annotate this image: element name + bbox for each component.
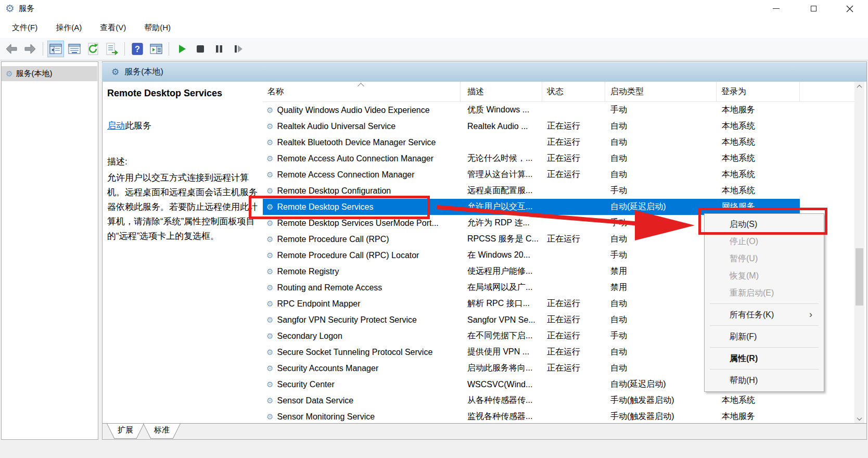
menu-file[interactable]: 文件(F) (6, 20, 44, 36)
service-description: 管理从这台计算... (461, 167, 542, 183)
context-menu-item-属性R[interactable]: 属性(R) (705, 350, 824, 367)
forward-button[interactable] (22, 41, 39, 57)
scrollbar-thumb[interactable] (856, 248, 863, 306)
service-name: Remote Access Auto Connection Manager (277, 154, 433, 163)
maximize-button[interactable] (801, 0, 825, 17)
service-name: Remote Desktop Services (277, 202, 373, 212)
service-description (461, 134, 542, 150)
pause-service-button[interactable] (211, 41, 227, 57)
menu-separator (710, 369, 819, 370)
scroll-up-button[interactable] (854, 82, 864, 91)
back-arrow-icon (5, 42, 18, 56)
service-status: 正在运行 (542, 344, 605, 360)
context-menu-item-帮助H[interactable]: 帮助(H) (705, 372, 824, 389)
service-row[interactable]: ⚙Realtek Bluetooth Device Manager Servic… (263, 134, 800, 150)
back-button[interactable] (3, 41, 20, 57)
service-startup-type: 手动 (605, 102, 717, 118)
column-header-name[interactable]: 名称 (263, 82, 461, 102)
service-gear-icon: ⚙ (266, 396, 273, 405)
service-row[interactable]: ⚙Remote Access Auto Connection Manager 无… (263, 150, 800, 167)
refresh-button[interactable] (85, 41, 101, 57)
tab-standard-label: 标准 (144, 424, 180, 438)
service-startup-type: 自动(延迟启动) (605, 376, 717, 392)
service-gear-icon: ⚙ (266, 219, 273, 228)
start-service-suffix: 此服务 (125, 121, 151, 131)
service-description: 无论什么时候，... (461, 150, 542, 167)
stop-icon (194, 43, 207, 55)
stop-service-button[interactable] (192, 41, 209, 57)
service-name: Sensor Data Service (277, 396, 353, 405)
console-tree-toggle-button[interactable] (47, 41, 64, 57)
service-row[interactable]: ⚙Remote Access Connection Manager 管理从这台计… (263, 167, 800, 183)
context-menu-item-所有任务K[interactable]: 所有任务(K)› (705, 306, 824, 323)
export-list-button[interactable] (104, 41, 120, 57)
service-logon-as: 本地系统 (717, 392, 800, 409)
service-name: Secondary Logon (277, 332, 342, 341)
service-gear-icon: ⚙ (266, 283, 273, 292)
service-status: 正在运行 (542, 312, 605, 328)
toolbar: ? (0, 38, 868, 60)
tab-extended[interactable]: 扩展 (107, 424, 144, 439)
tree-item-services-local[interactable]: ⚙ 服务(本地) (2, 66, 97, 81)
service-gear-icon: ⚙ (266, 235, 273, 244)
svg-text:?: ? (135, 45, 140, 54)
service-description: WSCSVC(Wind... (461, 376, 542, 392)
context-menu-item-刷新F[interactable]: 刷新(F) (705, 328, 824, 345)
restart-service-button[interactable] (229, 41, 246, 57)
service-startup-type: 自动 (605, 312, 717, 328)
service-name: Quality Windows Audio Video Experience (277, 106, 429, 115)
service-status (542, 199, 605, 215)
service-startup-type: 手动 (605, 183, 717, 199)
service-row[interactable]: ⚙Sensor Monitoring Service 监视各种传感器... 手动… (263, 409, 800, 423)
close-button[interactable] (838, 0, 862, 17)
service-status: 正在运行 (542, 360, 605, 376)
service-row[interactable]: ⚙Realtek Audio Universal Service Realtek… (263, 118, 800, 134)
toolbar-separator (169, 42, 169, 56)
start-icon (175, 43, 188, 55)
minimize-button[interactable] (764, 0, 788, 17)
service-gear-icon: ⚙ (266, 299, 273, 309)
menu-view[interactable]: 查看(V) (94, 20, 132, 36)
vertical-scrollbar[interactable] (854, 82, 864, 423)
service-row[interactable]: ⚙Quality Windows Audio Video Experience … (263, 102, 800, 118)
toolbar-separator (124, 42, 125, 56)
services-app-icon: ⚙ (5, 2, 15, 15)
sort-ascending-icon (358, 83, 364, 90)
service-status (542, 102, 605, 118)
context-menu-item-启动S[interactable]: 启动(S) (705, 215, 824, 233)
service-row[interactable]: ⚙Remote Desktop Services 允许用户以交互... 自动(延… (263, 199, 800, 215)
start-service-link[interactable]: 启动 (107, 121, 125, 131)
tab-standard[interactable]: 标准 (143, 424, 181, 439)
maximize-icon (811, 6, 816, 11)
menu-help[interactable]: 帮助(H) (138, 20, 177, 36)
service-status (542, 376, 605, 392)
context-menu-item-停止O: 停止(O) (705, 233, 824, 250)
service-gear-icon: ⚙ (266, 348, 273, 357)
toolbar-separator (43, 42, 43, 56)
start-service-button[interactable] (173, 41, 190, 57)
service-startup-type: 手动(触发器启动) (605, 392, 717, 409)
column-header-logon-as[interactable]: 登录为 (717, 82, 800, 102)
column-header-startup-type[interactable]: 启动类型 (605, 82, 717, 102)
menu-separator (710, 347, 819, 348)
export-list-icon (105, 42, 119, 56)
column-header-description[interactable]: 描述 (461, 82, 542, 102)
action-pane-toggle-button[interactable] (148, 41, 164, 57)
service-description: 允许为 RDP 连... (461, 215, 542, 231)
description-label: 描述: (107, 156, 260, 168)
column-header-status[interactable]: 状态 (542, 82, 605, 102)
scroll-down-button[interactable] (854, 414, 864, 423)
service-status (542, 247, 605, 263)
service-name: Security Center (277, 380, 334, 389)
service-row[interactable]: ⚙Remote Desktop Configuration 远程桌面配置服...… (263, 183, 800, 199)
properties-button[interactable] (66, 41, 83, 57)
submenu-arrow-icon: › (809, 306, 812, 323)
menu-bar: 文件(F) 操作(A) 查看(V) 帮助(H) (0, 17, 868, 38)
help-button[interactable]: ? (129, 41, 146, 57)
service-description: Realtek Audio ... (461, 118, 542, 134)
selected-service-title: Remote Desktop Services (107, 88, 260, 99)
service-row[interactable]: ⚙Sensor Data Service 从各种传感器传... 手动(触发器启动… (263, 392, 800, 409)
menu-action[interactable]: 操作(A) (49, 20, 88, 36)
service-status: 正在运行 (542, 118, 605, 134)
column-header-label: 描述 (467, 86, 484, 97)
